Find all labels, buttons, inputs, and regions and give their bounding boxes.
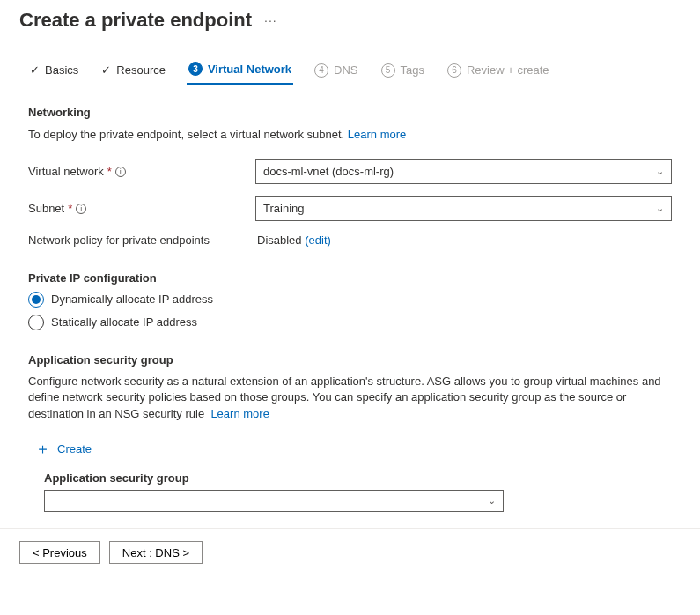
select-value: Training: [263, 202, 304, 215]
network-policy-label: Network policy for private endpoints: [28, 233, 255, 247]
radio-icon: [28, 292, 44, 308]
plus-icon: ＋: [35, 439, 50, 459]
tab-label: Resource: [116, 63, 166, 77]
tab-label: DNS: [334, 63, 357, 77]
step-number-icon: 3: [188, 62, 203, 76]
radio-label: Statically allocate IP address: [51, 315, 197, 329]
info-icon[interactable]: i: [76, 204, 86, 214]
label-text: Subnet: [28, 202, 64, 215]
chevron-down-icon: ⌄: [656, 203, 664, 214]
page-title: Create a private endpoint: [19, 9, 252, 32]
info-icon[interactable]: i: [115, 167, 126, 177]
required-indicator: *: [68, 202, 72, 215]
asg-description: Configure network security as a natural …: [28, 374, 672, 424]
description-text: To deploy the private endpoint, select a…: [28, 128, 344, 141]
asg-heading: Application security group: [28, 353, 672, 367]
asg-select[interactable]: ⌄: [44, 490, 504, 512]
previous-button[interactable]: < Previous: [19, 541, 100, 564]
tab-label: Tags: [401, 63, 424, 77]
select-value: docs-ml-vnet (docs-ml-rg): [263, 165, 394, 178]
create-label: Create: [57, 442, 92, 456]
asg-column-label: Application security group: [44, 471, 672, 485]
wizard-footer: < Previous Next : DNS >: [0, 528, 700, 576]
network-policy-value: Disabled: [257, 233, 302, 247]
tab-review-create[interactable]: 6 Review + create: [446, 56, 551, 85]
tab-tags[interactable]: 5 Tags: [379, 56, 426, 85]
radio-label: Dynamically allocate IP address: [51, 293, 213, 306]
subnet-select[interactable]: Training ⌄: [255, 196, 672, 221]
tab-resource[interactable]: ✓ Resource: [99, 56, 167, 85]
tab-dns[interactable]: 4 DNS: [313, 56, 359, 85]
radio-dynamic-ip[interactable]: Dynamically allocate IP address: [28, 292, 672, 308]
tab-label: Review + create: [467, 63, 549, 77]
subnet-label: Subnet * i: [28, 202, 255, 215]
networking-description: To deploy the private endpoint, select a…: [28, 126, 672, 144]
check-icon: ✓: [30, 63, 40, 77]
virtual-network-select[interactable]: docs-ml-vnet (docs-ml-rg) ⌄: [255, 159, 672, 184]
tab-label: Basics: [45, 63, 78, 77]
ip-config-heading: Private IP configuration: [28, 271, 672, 285]
virtual-network-label: Virtual network * i: [28, 165, 255, 178]
radio-static-ip[interactable]: Statically allocate IP address: [28, 315, 672, 330]
more-actions-icon[interactable]: ···: [264, 13, 277, 27]
tab-label: Virtual Network: [208, 63, 291, 76]
required-indicator: *: [107, 165, 112, 178]
description-text: Configure network security as a natural …: [28, 374, 661, 421]
tab-basics[interactable]: ✓ Basics: [28, 56, 80, 85]
step-number-icon: 4: [314, 63, 328, 78]
step-number-icon: 6: [447, 63, 461, 78]
radio-icon: [28, 315, 44, 330]
step-number-icon: 5: [381, 63, 395, 78]
network-policy-edit-link[interactable]: (edit): [305, 233, 331, 247]
check-icon: ✓: [101, 63, 111, 77]
wizard-tabs: ✓ Basics ✓ Resource 3 Virtual Network 4 …: [19, 56, 681, 86]
chevron-down-icon: ⌄: [656, 166, 664, 177]
learn-more-link[interactable]: Learn more: [348, 128, 406, 141]
asg-create-button[interactable]: ＋ Create: [35, 439, 672, 459]
next-button[interactable]: Next : DNS >: [109, 541, 203, 564]
tab-virtual-network[interactable]: 3 Virtual Network: [187, 56, 293, 85]
asg-learn-more-link[interactable]: Learn more: [210, 407, 269, 420]
label-text: Virtual network: [28, 165, 104, 178]
networking-heading: Networking: [28, 106, 672, 119]
chevron-down-icon: ⌄: [488, 495, 496, 507]
